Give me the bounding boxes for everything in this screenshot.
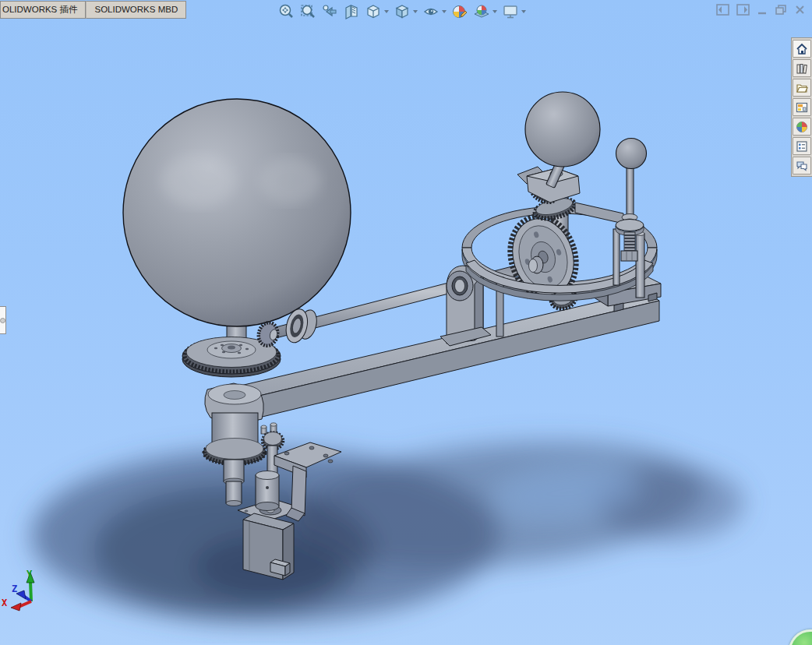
moon-link-arm[interactable] — [575, 203, 623, 224]
section-view-button[interactable] — [342, 2, 361, 21]
edit-appearance-button[interactable] — [450, 2, 469, 21]
apply-scene-icon — [473, 3, 490, 20]
feature-tree-collapse-handle[interactable] — [0, 306, 6, 334]
graphics-viewport[interactable]: Y Z X — [0, 0, 812, 645]
task-pane-appearances-scenes[interactable] — [793, 118, 811, 136]
edit-appearance-icon — [451, 3, 468, 20]
zoom-to-area-button[interactable] — [298, 2, 317, 21]
stepped-shaft[interactable] — [224, 460, 244, 506]
axis-y-label: Y — [26, 569, 33, 580]
view-settings-icon — [502, 3, 519, 20]
tab-solidworks-addins[interactable]: OLIDWORKS 插件 — [0, 1, 86, 19]
view-settings-button[interactable] — [501, 2, 527, 21]
close-button[interactable] — [794, 4, 806, 16]
display-style-button[interactable] — [393, 2, 418, 21]
gear-motor-box[interactable] — [243, 513, 294, 580]
zoom-to-area-icon — [299, 3, 316, 20]
earth-sphere[interactable] — [525, 92, 600, 167]
previous-view-icon — [321, 3, 338, 20]
collapse-panel-left-icon — [716, 4, 729, 16]
task-pane-view-palette[interactable] — [793, 98, 811, 116]
chevron-down-icon[interactable] — [492, 10, 497, 13]
view-orientation-button[interactable] — [364, 2, 390, 21]
collapse-panel-left-button[interactable] — [716, 4, 729, 16]
solidworks-forum-icon — [796, 160, 808, 172]
task-pane-file-explorer[interactable] — [793, 79, 811, 97]
close-icon — [794, 4, 806, 16]
orrery-model[interactable]: Y Z X — [0, 0, 812, 645]
section-view-icon — [343, 3, 360, 20]
hide-show-items-icon — [422, 3, 440, 20]
window-controls — [709, 4, 806, 16]
axis-z-label: Z — [12, 583, 17, 594]
chevron-down-icon[interactable] — [521, 10, 526, 13]
chevron-down-icon[interactable] — [413, 10, 418, 13]
collapse-panel-right-button[interactable] — [736, 4, 750, 16]
task-pane-custom-properties[interactable] — [793, 137, 811, 155]
task-pane-solidworks-forum[interactable] — [793, 157, 811, 174]
custom-properties-icon — [796, 140, 808, 153]
sun-sphere[interactable] — [123, 99, 351, 326]
minimize-button[interactable] — [757, 4, 768, 16]
zoom-to-fit-button[interactable] — [277, 2, 295, 21]
file-explorer-icon — [796, 82, 808, 94]
task-pane — [791, 37, 812, 177]
hide-show-items-button[interactable] — [422, 2, 447, 21]
collapse-panel-right-icon — [736, 4, 750, 16]
solidworks-resources-icon — [796, 43, 808, 55]
previous-view-button[interactable] — [320, 2, 339, 21]
appearances-scenes-icon — [796, 121, 808, 133]
apply-scene-button[interactable] — [472, 2, 498, 21]
chevron-down-icon[interactable] — [442, 10, 447, 13]
task-pane-design-library[interactable] — [793, 59, 811, 77]
minimize-icon — [757, 4, 768, 16]
chevron-down-icon[interactable] — [384, 10, 389, 13]
tab-solidworks-mbd[interactable]: SOLIDWORKS MBD — [86, 1, 186, 19]
restore-icon — [775, 4, 787, 16]
ground-shadow — [31, 426, 744, 623]
axis-x-label: X — [2, 597, 8, 608]
shaft-coupling[interactable] — [256, 471, 279, 511]
heads-up-toolbar — [275, 2, 528, 21]
display-style-icon — [394, 3, 411, 20]
reference-triad: Y Z X — [2, 569, 34, 611]
zoom-to-fit-icon — [277, 3, 295, 20]
restore-button[interactable] — [775, 4, 787, 16]
task-pane-solidworks-resources[interactable] — [793, 40, 811, 58]
view-palette-icon — [796, 101, 808, 114]
motor-pinion-gear[interactable] — [261, 423, 283, 449]
moon-sphere[interactable] — [616, 139, 647, 169]
command-manager-tabs: OLIDWORKS 插件 SOLIDWORKS MBD — [0, 1, 186, 19]
design-library-icon — [796, 62, 808, 75]
view-orientation-icon — [365, 3, 382, 20]
